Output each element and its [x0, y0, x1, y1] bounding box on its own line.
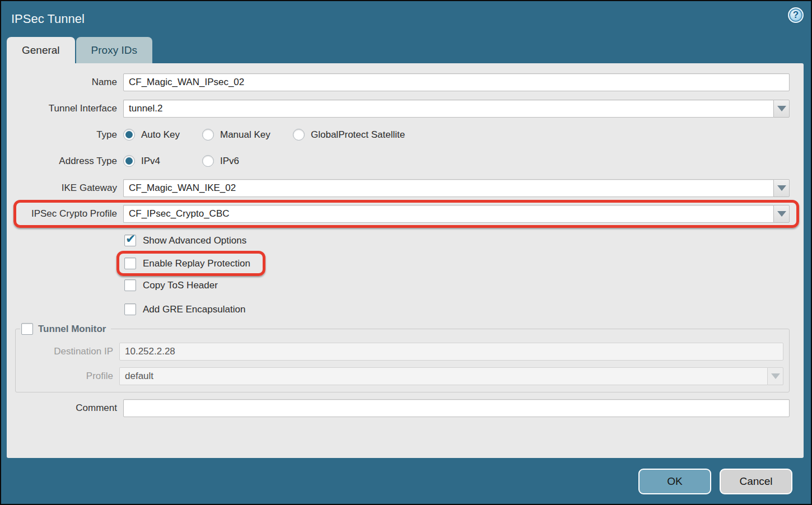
- tunnel-interface-dropdown-button[interactable]: [773, 100, 790, 118]
- comment-input[interactable]: [123, 399, 790, 417]
- tunnel-interface-input[interactable]: [123, 100, 773, 118]
- ipsec-tunnel-dialog: IPSec Tunnel ? General Proxy IDs Name Tu…: [0, 0, 812, 505]
- add-gre-encapsulation-row[interactable]: Add GRE Encapsulation: [124, 303, 804, 315]
- chevron-down-icon: [777, 106, 786, 111]
- checkbox-unchecked-icon[interactable]: [124, 279, 136, 291]
- highlight-ring-ipsec-crypto-profile: IPSec Crypto Profile: [13, 200, 799, 228]
- dialog-title: IPSec Tunnel: [11, 12, 85, 26]
- radio-auto-key[interactable]: Auto Key: [123, 129, 202, 141]
- highlight-ring-enable-replay-protection: Enable Replay Protection: [116, 251, 265, 276]
- ike-gateway-dropdown-button[interactable]: [773, 179, 790, 197]
- copy-tos-header-row[interactable]: Copy ToS Header: [124, 279, 804, 291]
- chevron-down-icon: [777, 185, 786, 191]
- profile-label: Profile: [16, 371, 113, 382]
- enable-replay-protection-row[interactable]: Enable Replay Protection: [124, 258, 250, 269]
- address-type-row: Address Type IPv4 IPv6: [7, 155, 804, 167]
- address-type-label: Address Type: [7, 156, 117, 167]
- radio-selected-icon[interactable]: [123, 155, 135, 167]
- tunnel-interface-dropdown: [123, 100, 790, 118]
- tunnel-interface-label: Tunnel Interface: [7, 103, 117, 114]
- ipsec-crypto-profile-label: IPSec Crypto Profile: [16, 208, 117, 219]
- profile-dropdown-button: [767, 367, 783, 385]
- radio-ipv4[interactable]: IPv4: [123, 155, 202, 167]
- name-label: Name: [7, 77, 117, 88]
- radio-selected-icon[interactable]: [123, 129, 135, 141]
- tunnel-monitor-legend: Tunnel Monitor: [20, 323, 111, 335]
- tab-proxy-ids-label: Proxy IDs: [91, 44, 137, 57]
- tab-bar: General Proxy IDs: [7, 37, 811, 63]
- checkbox-unchecked-icon[interactable]: [124, 258, 136, 269]
- copy-tos-header-label: Copy ToS Header: [143, 280, 218, 291]
- radio-manual-key-label: Manual Key: [220, 129, 270, 141]
- type-radio-group: Auto Key Manual Key GlobalProtect Satell…: [123, 129, 405, 141]
- radio-manual-key[interactable]: Manual Key: [202, 129, 293, 141]
- destination-ip-input: [119, 343, 783, 361]
- dialog-titlebar: IPSec Tunnel ?: [1, 1, 811, 37]
- name-input[interactable]: [123, 73, 790, 91]
- ike-gateway-row: IKE Gateway: [7, 179, 804, 197]
- general-tab-panel: Name Tunnel Interface Type Auto Key: [7, 63, 804, 458]
- name-row: Name: [7, 73, 804, 91]
- checkbox-unchecked-icon[interactable]: [124, 303, 136, 315]
- radio-globalprotect-satellite-label: GlobalProtect Satellite: [311, 129, 405, 141]
- ipsec-crypto-profile-dropdown: [123, 205, 790, 223]
- profile-row: Profile: [16, 367, 789, 385]
- ike-gateway-dropdown: [123, 179, 790, 197]
- type-row: Type Auto Key Manual Key GlobalProtect S…: [7, 129, 804, 141]
- show-advanced-options-label: Show Advanced Options: [143, 235, 246, 246]
- profile-dropdown: [119, 367, 783, 385]
- type-label: Type: [7, 129, 117, 141]
- show-advanced-options-row[interactable]: Show Advanced Options: [124, 235, 804, 246]
- ok-button[interactable]: OK: [638, 469, 711, 494]
- radio-globalprotect-satellite[interactable]: GlobalProtect Satellite: [293, 129, 405, 141]
- ipsec-crypto-profile-input[interactable]: [123, 205, 773, 223]
- ike-gateway-label: IKE Gateway: [7, 183, 117, 194]
- ike-gateway-input[interactable]: [123, 179, 773, 197]
- checkbox-checked-icon[interactable]: [124, 235, 136, 246]
- comment-label: Comment: [7, 403, 117, 414]
- dialog-footer: OK Cancel: [1, 458, 811, 505]
- radio-unselected-icon[interactable]: [202, 129, 214, 141]
- radio-ipv6-label: IPv6: [220, 156, 239, 167]
- ipsec-crypto-profile-dropdown-button[interactable]: [773, 205, 790, 223]
- ipsec-crypto-profile-row: IPSec Crypto Profile: [16, 205, 794, 223]
- cancel-button[interactable]: Cancel: [720, 469, 792, 494]
- radio-unselected-icon[interactable]: [202, 155, 214, 167]
- destination-ip-row: Destination IP: [16, 343, 789, 361]
- tunnel-monitor-label: Tunnel Monitor: [38, 324, 106, 335]
- tunnel-monitor-group: Tunnel Monitor Destination IP Profile: [15, 323, 790, 392]
- address-type-radio-group: IPv4 IPv6: [123, 155, 281, 167]
- add-gre-encapsulation-label: Add GRE Encapsulation: [143, 304, 245, 315]
- tunnel-monitor-checkbox[interactable]: [21, 323, 33, 335]
- tab-general-label: General: [22, 44, 60, 57]
- enable-replay-protection-label: Enable Replay Protection: [143, 258, 250, 269]
- tab-general[interactable]: General: [7, 37, 75, 63]
- tunnel-interface-row: Tunnel Interface: [7, 100, 804, 118]
- help-icon[interactable]: ?: [788, 7, 804, 23]
- profile-input: [119, 367, 767, 385]
- radio-auto-key-label: Auto Key: [141, 129, 180, 141]
- tab-proxy-ids[interactable]: Proxy IDs: [76, 37, 152, 63]
- radio-ipv4-label: IPv4: [141, 156, 160, 167]
- chevron-down-icon: [771, 373, 780, 379]
- radio-ipv6[interactable]: IPv6: [202, 155, 281, 167]
- chevron-down-icon: [777, 211, 786, 217]
- destination-ip-label: Destination IP: [16, 346, 113, 357]
- comment-row: Comment: [7, 399, 804, 417]
- radio-unselected-icon[interactable]: [293, 129, 305, 141]
